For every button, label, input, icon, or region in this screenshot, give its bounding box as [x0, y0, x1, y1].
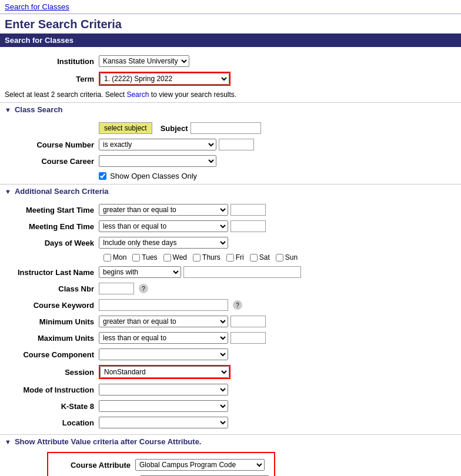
additional-search-header[interactable]: ▼ Additional Search Criteria	[0, 184, 461, 198]
search-link[interactable]: Search	[126, 90, 149, 99]
maximum-units-input[interactable]	[230, 332, 266, 344]
course-component-row: Course Component	[0, 347, 461, 361]
subject-input[interactable]	[191, 122, 261, 134]
sat-label: Sat	[259, 253, 270, 262]
kstate8-select[interactable]	[99, 400, 228, 412]
days-of-week-row: Days of Week Include only these days Inc…	[0, 236, 461, 250]
instructor-input[interactable]	[183, 266, 301, 278]
wed-label: Wed	[173, 253, 187, 262]
fri-checkbox[interactable]	[226, 254, 234, 262]
course-number-input[interactable]	[219, 139, 254, 150]
course-career-select[interactable]	[99, 155, 216, 167]
day-wed: Wed	[163, 253, 187, 262]
mon-checkbox[interactable]	[103, 254, 111, 262]
fri-label: Fri	[236, 253, 244, 262]
course-keyword-input[interactable]	[99, 299, 228, 311]
attribute-section: Course Attribute Global Campus Program C…	[0, 448, 461, 476]
class-search-arrow: ▼	[5, 106, 11, 113]
breadcrumb-link[interactable]: Search for Classes	[5, 2, 69, 11]
course-career-label: Course Career	[5, 157, 99, 166]
thurs-checkbox[interactable]	[193, 254, 201, 262]
sat-checkbox[interactable]	[250, 254, 258, 262]
instructor-label: Instructor Last Name	[5, 268, 99, 277]
tues-checkbox[interactable]	[132, 254, 140, 262]
wed-checkbox[interactable]	[163, 254, 171, 262]
attribute-arrow: ▼	[5, 438, 11, 445]
day-sat: Sat	[250, 253, 270, 262]
show-open-row: Show Open Classes Only	[0, 170, 461, 182]
info-text: Select at least 2 search criteria. Selec…	[0, 89, 461, 102]
maximum-units-label: Maximum Units	[5, 334, 99, 343]
course-career-row: Course Career	[0, 154, 461, 168]
course-attribute-label: Course Attribute	[53, 461, 135, 470]
attribute-label: Show Attribute Value criteria after Cour…	[15, 437, 202, 446]
kstate8-row: K-State 8	[0, 399, 461, 413]
days-of-week-select[interactable]: Include only these days Include any of t…	[99, 237, 228, 249]
course-component-select[interactable]	[99, 348, 228, 360]
term-label: Term	[5, 75, 99, 83]
additional-search-label: Additional Search Criteria	[15, 187, 109, 196]
course-keyword-label: Course Keyword	[5, 301, 99, 310]
maximum-units-row: Maximum Units less than or equal to grea…	[0, 331, 461, 345]
minimum-units-label: Minimum Units	[5, 317, 99, 326]
class-search-section: select subject Subject Course Number is …	[0, 116, 461, 184]
location-select[interactable]	[99, 417, 228, 428]
subject-row: select subject Subject	[0, 121, 461, 135]
location-label: Location	[5, 418, 99, 427]
class-nbr-row: Class Nbr ?	[0, 281, 461, 296]
show-open-label: Show Open Classes Only	[110, 172, 197, 180]
day-tues: Tues	[132, 253, 157, 262]
minimum-units-input[interactable]	[230, 316, 266, 327]
tues-label: Tues	[142, 253, 157, 262]
day-mon: Mon	[103, 253, 126, 262]
meeting-end-input[interactable]	[230, 220, 266, 232]
maximum-units-select[interactable]: less than or equal to greater than or eq…	[99, 332, 228, 344]
course-number-label: Course Number	[5, 140, 99, 149]
course-attribute-row: Course Attribute Global Campus Program C…	[53, 458, 269, 472]
select-subject-button[interactable]: select subject	[99, 122, 152, 134]
mode-instruction-select[interactable]	[99, 384, 228, 395]
institution-label: Institution	[5, 57, 99, 66]
course-number-select[interactable]: is exactly begins with contains greater …	[99, 139, 216, 150]
institution-row: Institution Kansas State University	[0, 54, 461, 68]
session-select[interactable]: NonStandard Regular Academic Session	[100, 366, 229, 378]
course-number-row: Course Number is exactly begins with con…	[0, 138, 461, 152]
term-select[interactable]: 1. (2222) Spring 2022	[100, 73, 229, 85]
additional-search-section: Meeting Start Time greater than or equal…	[0, 198, 461, 434]
instructor-select[interactable]: begins with is exactly contains	[99, 266, 181, 278]
session-row: Session NonStandard Regular Academic Ses…	[0, 364, 461, 380]
days-of-week-label: Days of Week	[5, 239, 99, 247]
thurs-label: Thurs	[202, 253, 221, 262]
course-keyword-help-icon[interactable]: ?	[233, 300, 242, 310]
minimum-units-select[interactable]: greater than or equal to less than or eq…	[99, 316, 228, 327]
meeting-end-label: Meeting End Time	[5, 222, 99, 231]
institution-select[interactable]: Kansas State University	[99, 55, 189, 67]
show-open-checkbox[interactable]	[99, 172, 106, 180]
mode-instruction-row: Mode of Instruction	[0, 383, 461, 397]
days-checkboxes: Mon Tues Wed Thurs Fri Sat	[99, 252, 461, 263]
meeting-start-input[interactable]	[230, 204, 266, 216]
sun-checkbox[interactable]	[276, 254, 283, 262]
meeting-start-select[interactable]: greater than or equal to less than or eq…	[99, 204, 228, 216]
class-nbr-label: Class Nbr	[5, 284, 99, 293]
minimum-units-row: Minimum Units greater than or equal to l…	[0, 314, 461, 328]
mon-label: Mon	[113, 253, 126, 262]
class-nbr-input[interactable]	[99, 283, 134, 294]
class-search-label: Class Search	[15, 105, 63, 114]
class-nbr-help-icon[interactable]: ?	[139, 284, 148, 293]
course-attribute-select[interactable]: Global Campus Program Code Other Option	[135, 459, 265, 471]
breadcrumb: Search for Classes	[0, 0, 461, 14]
attribute-header[interactable]: ▼ Show Attribute Value criteria after Co…	[0, 434, 461, 448]
section-header: Search for Classes	[0, 33, 461, 47]
class-search-header[interactable]: ▼ Class Search	[0, 102, 461, 116]
meeting-start-label: Meeting Start Time	[5, 206, 99, 214]
instructor-row: Instructor Last Name begins with is exac…	[0, 265, 461, 279]
term-row: Term 1. (2222) Spring 2022	[0, 71, 461, 87]
day-fri: Fri	[226, 253, 244, 262]
term-highlight: 1. (2222) Spring 2022	[99, 72, 230, 86]
course-keyword-row: Course Keyword ?	[0, 298, 461, 312]
mode-instruction-label: Mode of Instruction	[5, 386, 99, 394]
meeting-end-select[interactable]: less than or equal to greater than or eq…	[99, 220, 228, 232]
session-highlight: NonStandard Regular Academic Session	[99, 365, 230, 379]
page-title: Enter Search Criteria	[0, 14, 461, 33]
